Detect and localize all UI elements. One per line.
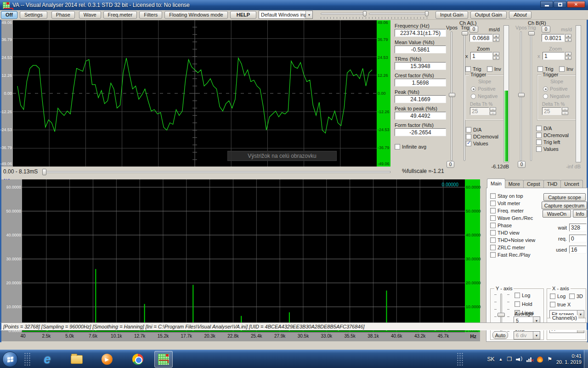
about-button[interactable]: About xyxy=(509,11,531,19)
start-button[interactable] xyxy=(2,351,18,367)
vpos-zero-button[interactable]: 0 xyxy=(542,26,550,33)
output-gain-track[interactable] xyxy=(369,13,429,15)
visual-analyser-taskbar-button[interactable] xyxy=(154,351,173,368)
inv-option[interactable]: Inv xyxy=(559,66,573,72)
ms-per-div-spinner[interactable]: ▲▼ xyxy=(493,34,499,42)
option-thd-noise-view[interactable]: THD+Noise view xyxy=(490,237,535,243)
slope-negative[interactable]: Negative xyxy=(543,93,570,99)
channel-option-d-a[interactable]: D/A xyxy=(466,127,481,132)
tab-main[interactable]: Main xyxy=(487,178,505,188)
channel-option-dcremoval[interactable]: DCremoval xyxy=(466,134,498,139)
delta-th-spinner[interactable]: ▲▼ xyxy=(562,107,568,115)
channel-option-d-a-checkbox[interactable] xyxy=(466,127,471,132)
phase-button[interactable]: Phase xyxy=(51,11,75,19)
info-button[interactable]: Info xyxy=(573,210,587,218)
channel-option-dcremoval-checkbox[interactable] xyxy=(536,132,542,138)
slope-positive[interactable]: Positive xyxy=(471,86,496,92)
freq-meter-button[interactable]: Freq.meter xyxy=(103,11,137,19)
ms-per-div-spinner[interactable]: ▲▼ xyxy=(565,34,571,42)
trig-slider[interactable] xyxy=(530,31,532,161)
inv-option[interactable]: Inv xyxy=(487,66,501,72)
step-select[interactable]: 6 div ▼ xyxy=(514,331,540,339)
scope-h-scrollbar[interactable] xyxy=(42,171,390,173)
speaker-icon[interactable] xyxy=(516,356,522,362)
action-center-flag-icon[interactable]: ⚑ xyxy=(547,356,552,362)
truex-option[interactable]: true X xyxy=(550,302,571,307)
vpos-zero-button[interactable]: 0 xyxy=(469,26,478,33)
output-gain-slider[interactable] xyxy=(369,11,429,19)
media-player-icon[interactable]: ▶ xyxy=(100,352,114,366)
option-thd-view-checkbox[interactable] xyxy=(490,230,496,236)
inv-option-checkbox[interactable] xyxy=(487,66,492,72)
slope-positive-radio[interactable] xyxy=(543,86,548,92)
tab-thd[interactable]: THD xyxy=(543,180,561,188)
trig-slider-thumb[interactable] xyxy=(462,31,468,35)
channel-option-trig-left[interactable]: Trig left xyxy=(536,139,560,145)
tab-cepst[interactable]: Cepst xyxy=(523,180,544,188)
capture-spectrum-button[interactable]: Capture spectrum xyxy=(542,201,587,209)
channel-option-values-checkbox[interactable] xyxy=(536,146,542,152)
ms-per-div-value[interactable]: 0.8021 xyxy=(542,34,565,42)
channel-option-values[interactable]: Values xyxy=(466,141,488,146)
slope-negative-radio[interactable] xyxy=(471,94,476,99)
input-gain-button[interactable]: Input Gain xyxy=(435,11,468,19)
option-wave-gen-rec-checkbox[interactable] xyxy=(490,215,496,221)
infinite-avg-option[interactable]: Infinite avg xyxy=(395,144,426,150)
option-thd-view[interactable]: THD view xyxy=(490,230,520,236)
network-icon[interactable]: ✕ xyxy=(526,356,533,362)
input-gain-track[interactable] xyxy=(321,13,367,15)
option-volt-meter[interactable]: Volt meter xyxy=(490,201,520,206)
channel-option-trig-left-checkbox[interactable] xyxy=(536,139,542,145)
off-button[interactable]: Off xyxy=(1,11,17,19)
tab-more[interactable]: More xyxy=(505,180,524,188)
infinite-avg-checkbox[interactable] xyxy=(395,144,400,150)
option-phase-checkbox[interactable] xyxy=(490,223,496,228)
trig-option-checkbox[interactable] xyxy=(537,66,543,72)
antivirus-icon[interactable] xyxy=(537,356,543,362)
zoom-spinner[interactable]: ▲▼ xyxy=(493,52,499,60)
option-freq-meter-checkbox[interactable] xyxy=(490,208,496,213)
settings-button[interactable]: Settings xyxy=(20,11,47,19)
filters-button[interactable]: Filters xyxy=(139,11,162,19)
y-option-hold[interactable]: Hold xyxy=(514,301,532,307)
help-button[interactable]: HELP xyxy=(230,11,256,19)
auto-button[interactable]: Auto xyxy=(492,331,508,339)
vpos-slider-thumb[interactable] xyxy=(518,93,525,97)
chevron-down-icon[interactable]: ▼ xyxy=(305,11,312,18)
x-3d-checkbox[interactable] xyxy=(569,293,575,299)
input-gain-slider[interactable] xyxy=(321,11,367,19)
option-zrlc-meter[interactable]: ZRLC meter xyxy=(490,245,525,250)
clock[interactable]: 0:41 20. 1. 2019 xyxy=(556,353,582,365)
zoom-value[interactable]: 1 xyxy=(470,52,492,60)
wave-on-button[interactable]: WaveOn xyxy=(543,210,571,218)
close-button[interactable]: ✕ xyxy=(567,1,585,8)
option-phase[interactable]: Phase xyxy=(490,223,512,228)
tab-uncert[interactable]: Uncert xyxy=(560,180,582,188)
zoom-value[interactable]: 1 xyxy=(543,52,565,60)
x-log-checkbox[interactable] xyxy=(550,293,555,299)
y-option-log[interactable]: Log xyxy=(514,293,530,298)
floating-windows-button[interactable]: Floating Windows mode xyxy=(164,11,227,19)
y-option-hold-checkbox[interactable] xyxy=(514,301,520,307)
option-stay-on-top[interactable]: Stay on top xyxy=(490,193,523,199)
slope-negative[interactable]: Negative xyxy=(471,93,498,99)
y-axis-slider-thumb[interactable] xyxy=(498,313,505,317)
capture-scope-button[interactable]: Capture scope xyxy=(543,193,586,201)
option-freq-meter[interactable]: Freq. meter xyxy=(490,208,524,213)
channel-option-values-checkbox[interactable] xyxy=(466,141,471,146)
delta-th-spinner[interactable]: ▲▼ xyxy=(490,107,496,115)
truex-checkbox[interactable] xyxy=(550,302,555,307)
wave-button[interactable]: Wave xyxy=(79,11,101,19)
delta-th-value[interactable]: 25 xyxy=(542,107,561,115)
x-3d-option[interactable]: 3D xyxy=(569,293,583,299)
scope-h-scrollbar-thumb[interactable] xyxy=(42,169,46,175)
internet-explorer-icon[interactable]: e xyxy=(40,352,54,366)
trig-slider-thumb[interactable] xyxy=(528,31,535,35)
trig-option[interactable]: Trig xyxy=(465,66,481,72)
option-fast-rec-play[interactable]: Fast Rec./Play xyxy=(490,252,531,258)
chrome-icon[interactable] xyxy=(131,352,145,366)
option-fast-rec-play-checkbox[interactable] xyxy=(490,252,496,258)
language-indicator[interactable]: SK xyxy=(487,356,494,362)
show-desktop-button[interactable] xyxy=(584,350,588,368)
vpos-reset-button[interactable]: 0 xyxy=(447,161,454,168)
